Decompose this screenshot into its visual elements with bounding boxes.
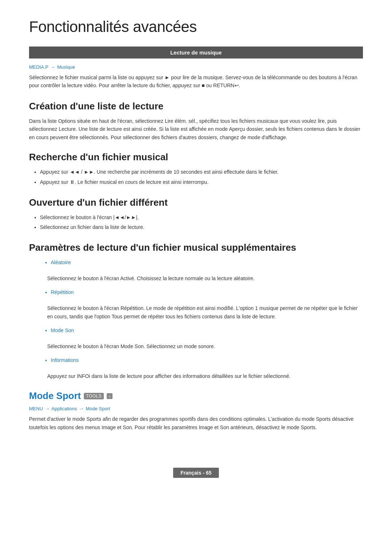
mode-sport-section: Mode Sport TOOLS ♪ MENU → Applications →… <box>29 390 363 431</box>
informations-list: Informations <box>40 356 363 365</box>
recherche-title: Recherche d'un fichier musical <box>29 152 363 163</box>
repetition-list: Répétition <box>40 288 363 297</box>
mode-son-list: Mode Son <box>40 326 363 335</box>
param-aleatoire: Aléatoire Sélectionnez le bouton à l'écr… <box>29 258 363 282</box>
ms-arrow1: → <box>45 406 50 411</box>
creation-section: Création d'une liste de lecture Dans la … <box>29 101 363 141</box>
parametres-section: Paramètres de lecture d'un fichier music… <box>29 242 363 380</box>
mode-sport-text: Permet d'activer le mode Sports afin de … <box>29 415 363 431</box>
tools-icon-area: ♪ <box>107 393 113 399</box>
ouverture-title: Ouverture d'un fichier différent <box>29 197 363 208</box>
mode-son-desc: Sélectionnez le bouton à l'écran Mode So… <box>40 342 363 350</box>
breadcrumb-part1: MEDIA.P <box>29 64 48 70</box>
ms-breadcrumb-part1: MENU <box>29 406 43 411</box>
mode-son-label: Mode Son <box>51 326 363 335</box>
ms-breadcrumb-part3: Mode Sport <box>86 406 110 411</box>
mode-sport-title-container: Mode Sport TOOLS ♪ <box>29 390 363 402</box>
recherche-section: Recherche d'un fichier musical Appuyez s… <box>29 152 363 187</box>
ouverture-list: Sélectionnez le bouton à l'écran |◄◄/►►|… <box>40 213 363 232</box>
aleatoire-label: Aléatoire <box>51 258 363 267</box>
informations-label: Informations <box>51 356 363 365</box>
list-item: Appuyez sur ◄◄ / ►►. Une recherche par i… <box>40 168 363 177</box>
param-repetition: Répétition Sélectionnez le bouton à l'éc… <box>29 288 363 321</box>
footer-text: Français - 65 <box>173 468 219 478</box>
creation-text: Dans la liste Options située en haut de … <box>29 117 363 141</box>
ms-breadcrumb-part2: Applications <box>52 406 77 411</box>
list-item: Sélectionnez le bouton à l'écran |◄◄/►►|… <box>40 213 363 222</box>
param-informations: Informations Appuyez sur INFOi dans la l… <box>29 356 363 380</box>
param-mode-son: Mode Son Sélectionnez le bouton à l'écra… <box>29 326 363 350</box>
repetition-label: Répétition <box>51 288 363 297</box>
breadcrumb-arrow: → <box>50 64 55 70</box>
list-item: Appuyez sur ⏸. Le fichier musical en cou… <box>40 178 363 187</box>
ouverture-section: Ouverture d'un fichier différent Sélecti… <box>29 197 363 232</box>
list-item: Sélectionnez un fichier dans la liste de… <box>40 223 363 232</box>
svg-text:♪: ♪ <box>109 394 111 398</box>
page-title: Fonctionnalités avancées <box>29 18 363 36</box>
informations-desc: Appuyez sur INFOi dans la liste de lectu… <box>40 372 363 380</box>
lecture-intro-text: Sélectionnez le fichier musical parmi la… <box>29 73 363 90</box>
lecture-breadcrumb: MEDIA.P → Musique <box>29 64 363 70</box>
creation-title: Création d'une liste de lecture <box>29 101 363 112</box>
mode-sport-breadcrumb: MENU → Applications → Mode Sport <box>29 406 363 411</box>
aleatoire-desc: Sélectionnez le bouton à l'écran Activé.… <box>40 274 363 282</box>
lecture-section-header: Lecture de musique <box>29 47 363 59</box>
recherche-list: Appuyez sur ◄◄ / ►►. Une recherche par i… <box>40 168 363 187</box>
parametres-title: Paramètres de lecture d'un fichier music… <box>29 242 363 253</box>
ms-arrow2: → <box>79 406 84 411</box>
music-icon: ♪ <box>107 393 113 399</box>
repetition-desc: Sélectionnez le bouton à l'écran Répétit… <box>40 304 363 321</box>
tools-badge: TOOLS <box>84 393 104 399</box>
mode-sport-title-text: Mode Sport <box>29 390 81 402</box>
page-footer: Français - 65 <box>29 460 363 478</box>
breadcrumb-part2: Musique <box>57 64 75 70</box>
aleatoire-list: Aléatoire <box>40 258 363 267</box>
